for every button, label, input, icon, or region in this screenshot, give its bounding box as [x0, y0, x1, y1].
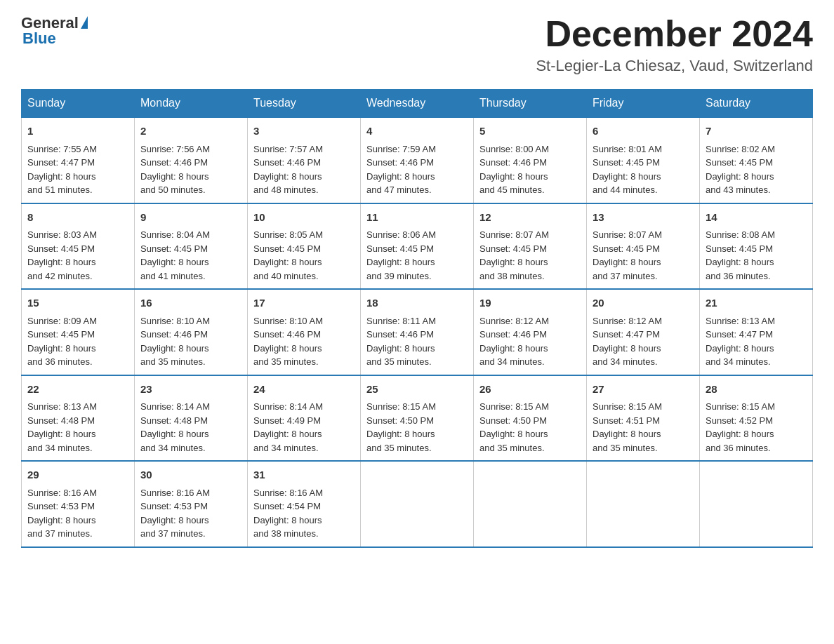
calendar-cell: 21Sunrise: 8:13 AMSunset: 4:47 PMDayligh… — [700, 289, 813, 375]
calendar-cell: 10Sunrise: 8:05 AMSunset: 4:45 PMDayligh… — [248, 203, 361, 290]
calendar-cell: 13Sunrise: 8:07 AMSunset: 4:45 PMDayligh… — [587, 203, 700, 290]
day-number: 28 — [706, 382, 807, 398]
calendar-cell: 12Sunrise: 8:07 AMSunset: 4:45 PMDayligh… — [474, 203, 587, 290]
calendar-cell: 1Sunrise: 7:55 AMSunset: 4:47 PMDaylight… — [22, 117, 135, 203]
calendar-cell: 28Sunrise: 8:15 AMSunset: 4:52 PMDayligh… — [700, 375, 813, 462]
day-number: 20 — [593, 295, 694, 311]
weekday-header-thursday: Thursday — [474, 90, 587, 118]
calendar-table: SundayMondayTuesdayWednesdayThursdayFrid… — [21, 89, 813, 548]
day-number: 1 — [27, 123, 128, 140]
day-number: 21 — [706, 295, 807, 311]
day-number: 14 — [706, 210, 807, 226]
calendar-week-row: 8Sunrise: 8:03 AMSunset: 4:45 PMDaylight… — [22, 203, 813, 290]
weekday-header-friday: Friday — [587, 90, 700, 118]
calendar-week-row: 1Sunrise: 7:55 AMSunset: 4:47 PMDaylight… — [22, 117, 813, 203]
calendar-cell: 7Sunrise: 8:02 AMSunset: 4:45 PMDaylight… — [700, 117, 813, 203]
calendar-cell: 14Sunrise: 8:08 AMSunset: 4:45 PMDayligh… — [700, 203, 813, 290]
day-number: 17 — [253, 295, 355, 311]
day-number: 16 — [140, 295, 241, 311]
calendar-cell: 22Sunrise: 8:13 AMSunset: 4:48 PMDayligh… — [22, 375, 135, 462]
day-number: 27 — [593, 382, 694, 398]
calendar-cell: 20Sunrise: 8:12 AMSunset: 4:47 PMDayligh… — [587, 289, 700, 375]
calendar-cell: 31Sunrise: 8:16 AMSunset: 4:54 PMDayligh… — [248, 461, 361, 547]
calendar-cell: 11Sunrise: 8:06 AMSunset: 4:45 PMDayligh… — [361, 203, 474, 290]
calendar-cell: 25Sunrise: 8:15 AMSunset: 4:50 PMDayligh… — [361, 375, 474, 462]
calendar-cell: 26Sunrise: 8:15 AMSunset: 4:50 PMDayligh… — [474, 375, 587, 462]
calendar-cell: 8Sunrise: 8:03 AMSunset: 4:45 PMDaylight… — [22, 203, 135, 290]
calendar-cell: 6Sunrise: 8:01 AMSunset: 4:45 PMDaylight… — [587, 117, 700, 203]
day-number: 22 — [27, 382, 128, 398]
calendar-cell: 27Sunrise: 8:15 AMSunset: 4:51 PMDayligh… — [587, 375, 700, 462]
calendar-cell: 16Sunrise: 8:10 AMSunset: 4:46 PMDayligh… — [135, 289, 248, 375]
day-number: 13 — [593, 210, 694, 226]
weekday-header-saturday: Saturday — [700, 90, 813, 118]
weekday-header-row: SundayMondayTuesdayWednesdayThursdayFrid… — [22, 90, 813, 118]
calendar-cell: 5Sunrise: 8:00 AMSunset: 4:46 PMDaylight… — [474, 117, 587, 203]
day-number: 8 — [27, 210, 128, 226]
month-title: December 2024 — [536, 14, 813, 54]
weekday-header-sunday: Sunday — [22, 90, 135, 118]
day-number: 3 — [253, 123, 355, 140]
day-number: 5 — [479, 123, 581, 140]
calendar-week-row: 29Sunrise: 8:16 AMSunset: 4:53 PMDayligh… — [22, 461, 813, 547]
day-number: 4 — [366, 123, 468, 140]
day-number: 15 — [27, 295, 128, 311]
calendar-cell — [700, 461, 813, 547]
day-number: 10 — [253, 210, 355, 226]
day-number: 11 — [366, 210, 468, 226]
day-number: 9 — [140, 210, 241, 226]
calendar-cell — [474, 461, 587, 547]
calendar-cell: 18Sunrise: 8:11 AMSunset: 4:46 PMDayligh… — [361, 289, 474, 375]
calendar-cell — [361, 461, 474, 547]
calendar-cell: 15Sunrise: 8:09 AMSunset: 4:45 PMDayligh… — [22, 289, 135, 375]
calendar-cell: 4Sunrise: 7:59 AMSunset: 4:46 PMDaylight… — [361, 117, 474, 203]
logo-blue-text: Blue — [22, 29, 56, 48]
day-number: 18 — [366, 295, 468, 311]
calendar-cell — [587, 461, 700, 547]
location-title: St-Legier-La Chiesaz, Vaud, Switzerland — [536, 57, 813, 75]
day-number: 26 — [479, 382, 581, 398]
day-number: 24 — [253, 382, 355, 398]
calendar-cell: 19Sunrise: 8:12 AMSunset: 4:46 PMDayligh… — [474, 289, 587, 375]
weekday-header-wednesday: Wednesday — [361, 90, 474, 118]
day-number: 7 — [706, 123, 807, 140]
day-number: 6 — [593, 123, 694, 140]
title-block: December 2024 St-Legier-La Chiesaz, Vaud… — [536, 14, 813, 75]
calendar-cell: 24Sunrise: 8:14 AMSunset: 4:49 PMDayligh… — [248, 375, 361, 462]
logo: General Blue — [21, 14, 88, 48]
calendar-cell: 3Sunrise: 7:57 AMSunset: 4:46 PMDaylight… — [248, 117, 361, 203]
calendar-week-row: 15Sunrise: 8:09 AMSunset: 4:45 PMDayligh… — [22, 289, 813, 375]
day-number: 2 — [140, 123, 241, 140]
calendar-cell: 2Sunrise: 7:56 AMSunset: 4:46 PMDaylight… — [135, 117, 248, 203]
calendar-cell: 30Sunrise: 8:16 AMSunset: 4:53 PMDayligh… — [135, 461, 248, 547]
calendar-week-row: 22Sunrise: 8:13 AMSunset: 4:48 PMDayligh… — [22, 375, 813, 462]
calendar-cell: 23Sunrise: 8:14 AMSunset: 4:48 PMDayligh… — [135, 375, 248, 462]
day-number: 30 — [140, 467, 241, 483]
day-number: 25 — [366, 382, 468, 398]
calendar-cell: 9Sunrise: 8:04 AMSunset: 4:45 PMDaylight… — [135, 203, 248, 290]
calendar-cell: 17Sunrise: 8:10 AMSunset: 4:46 PMDayligh… — [248, 289, 361, 375]
page-header: General Blue December 2024 St-Legier-La … — [21, 14, 813, 75]
day-number: 12 — [479, 210, 581, 226]
logo-triangle-icon — [81, 16, 88, 29]
day-number: 31 — [253, 467, 355, 483]
day-number: 19 — [479, 295, 581, 311]
calendar-cell: 29Sunrise: 8:16 AMSunset: 4:53 PMDayligh… — [22, 461, 135, 547]
weekday-header-tuesday: Tuesday — [248, 90, 361, 118]
day-number: 23 — [140, 382, 241, 398]
day-number: 29 — [27, 467, 128, 483]
weekday-header-monday: Monday — [135, 90, 248, 118]
